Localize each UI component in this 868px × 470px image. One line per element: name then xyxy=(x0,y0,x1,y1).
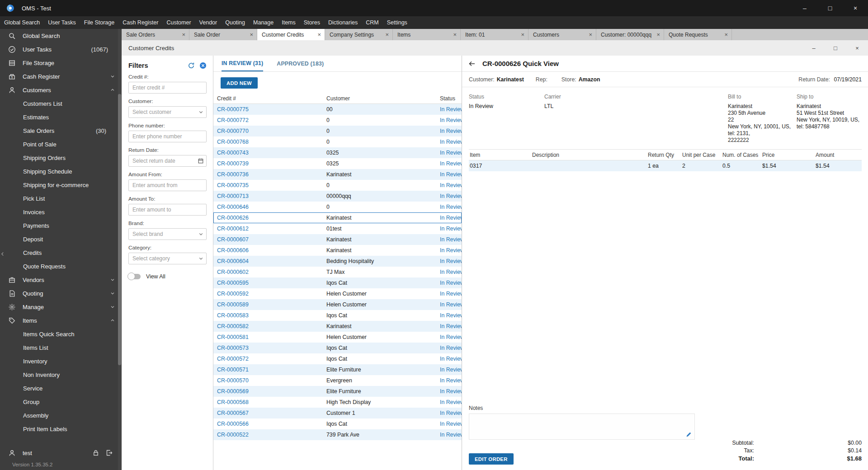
tab-close-icon[interactable]: × xyxy=(250,31,253,38)
status-link[interactable]: In Review xyxy=(440,334,462,340)
credit-link[interactable]: CR-0000570 xyxy=(217,377,249,384)
status-link[interactable]: In Review xyxy=(440,204,462,210)
sidebar-item-cash-register[interactable]: $Cash Register xyxy=(0,70,122,83)
maximize-icon[interactable]: □ xyxy=(817,0,843,16)
credit-row-cr-0000566[interactable]: CR-0000566Iqos CatIn Review xyxy=(213,418,462,429)
credit-link[interactable]: CR-0000770 xyxy=(217,128,249,134)
restore-icon[interactable]: □ xyxy=(825,40,846,56)
menu-cash-register[interactable]: Cash Register xyxy=(118,16,162,29)
filter-brand-input[interactable] xyxy=(128,228,207,240)
status-link[interactable]: In Review xyxy=(440,269,462,275)
credit-link[interactable]: CR-0000566 xyxy=(217,421,249,427)
credit-link[interactable]: CR-0000595 xyxy=(217,280,249,286)
credit-link[interactable]: CR-0000604 xyxy=(217,258,249,264)
back-arrow-icon[interactable] xyxy=(468,60,476,68)
credit-link[interactable]: CR-0000568 xyxy=(217,399,249,405)
sidebar-item-customers[interactable]: Customers xyxy=(0,83,122,97)
credit-row-cr-0000713[interactable]: CR-000071300000qqqIn Review xyxy=(213,191,462,202)
status-link[interactable]: In Review xyxy=(440,356,462,362)
credit-row-cr-0000592[interactable]: CR-0000592Helen CustomerIn Review xyxy=(213,288,462,299)
filter-amount-to-input[interactable] xyxy=(128,204,207,216)
status-link[interactable]: In Review xyxy=(440,226,462,232)
sidebar-item-customers-list[interactable]: Customers List xyxy=(0,97,122,110)
menu-items[interactable]: Items xyxy=(278,16,300,29)
tab-close-icon[interactable]: × xyxy=(656,31,660,38)
sidebar-item-quoting[interactable]: Quoting xyxy=(0,287,122,300)
filter-category-input[interactable] xyxy=(128,253,207,264)
filter-phone-number-input[interactable] xyxy=(128,131,207,142)
clear-filters-icon[interactable] xyxy=(199,62,207,69)
status-link[interactable]: In Review xyxy=(440,215,462,221)
tab-customer-credits[interactable]: Customer Credits× xyxy=(257,29,325,40)
credit-row-cr-0000581[interactable]: CR-0000581Helen CustomerIn Review xyxy=(213,332,462,343)
edit-notes-icon[interactable] xyxy=(685,431,692,438)
credit-row-cr-0000735[interactable]: CR-00007350In Review xyxy=(213,180,462,191)
credit-link[interactable]: CR-0000772 xyxy=(217,117,249,123)
credit-row-cr-0000568[interactable]: CR-0000568High Tech DisplayIn Review xyxy=(213,397,462,408)
credit-row-cr-0000572[interactable]: CR-0000572Iqos CatIn Review xyxy=(213,353,462,364)
sidebar-item-items-quick-search[interactable]: Items Quick Search xyxy=(0,327,122,341)
credit-link[interactable]: CR-0000735 xyxy=(217,182,249,188)
add-new-button[interactable]: ADD NEW xyxy=(221,77,258,89)
sidebar-item-assembly[interactable]: Assembly xyxy=(0,409,122,422)
sidebar-item-shipping-orders[interactable]: Shipping Orders xyxy=(0,151,122,164)
credit-row-cr-0000602[interactable]: CR-0000602TJ MaxIn Review xyxy=(213,267,462,277)
credit-link[interactable]: CR-0000583 xyxy=(217,312,249,319)
edit-order-button[interactable]: EDIT ORDER xyxy=(469,453,514,465)
credit-row-cr-0000583[interactable]: CR-0000583Iqos CatIn Review xyxy=(213,310,462,321)
sidebar-item-shipping-for-e-commerce[interactable]: Shipping for e-commerce xyxy=(0,178,122,192)
credit-link[interactable]: CR-0000569 xyxy=(217,388,249,395)
filter-amount-from-input[interactable] xyxy=(128,179,207,191)
credit-link[interactable]: CR-0000589 xyxy=(217,301,249,308)
status-link[interactable]: In Review xyxy=(440,312,462,319)
credit-link[interactable]: CR-0000743 xyxy=(217,150,249,156)
credit-link[interactable]: CR-0000572 xyxy=(217,356,249,362)
credit-row-cr-0000743[interactable]: CR-00007430325In Review xyxy=(213,147,462,158)
credit-row-cr-0000626[interactable]: CR-0000626KarinatestIn Review xyxy=(213,212,462,223)
chevron-down-icon[interactable] xyxy=(198,109,204,115)
notes-box[interactable] xyxy=(469,414,695,440)
status-link[interactable]: In Review xyxy=(440,258,462,264)
menu-customer[interactable]: Customer xyxy=(162,16,195,29)
tab-sale-orders[interactable]: Sale Orders× xyxy=(122,29,189,40)
credit-row-cr-0000775[interactable]: CR-000077500In Review xyxy=(213,104,462,115)
user-row[interactable]: test xyxy=(0,446,122,460)
credit-link[interactable]: CR-0000567 xyxy=(217,410,249,416)
status-link[interactable]: In Review xyxy=(440,291,462,297)
tab-close-icon[interactable]: × xyxy=(589,31,592,38)
credit-row-cr-0000739[interactable]: CR-00007390325In Review xyxy=(213,158,462,169)
view-all-toggle[interactable] xyxy=(128,274,141,279)
close-icon[interactable]: × xyxy=(843,0,868,16)
credit-link[interactable]: CR-0000646 xyxy=(217,204,249,210)
credit-link[interactable]: CR-0000582 xyxy=(217,323,249,329)
sidebar-item-vendors[interactable]: Vendors xyxy=(0,273,122,287)
credit-row-cr-0000646[interactable]: CR-00006460In Review xyxy=(213,202,462,212)
tab-close-icon[interactable]: × xyxy=(182,31,185,38)
credit-link[interactable]: CR-0000626 xyxy=(217,215,249,221)
tab-customer-00000qqq[interactable]: Customer: 00000qqq× xyxy=(596,29,664,40)
menu-stores[interactable]: Stores xyxy=(300,16,324,29)
credit-row-cr-0000595[interactable]: CR-0000595Iqos CatIn Review xyxy=(213,277,462,288)
tab-in-review[interactable]: IN REVIEW (31) xyxy=(222,56,263,71)
chevron-down-icon[interactable] xyxy=(198,256,204,262)
menu-file-storage[interactable]: File Storage xyxy=(80,16,118,29)
sidebar-item-estimates[interactable]: Estimates xyxy=(0,110,122,124)
credit-link[interactable]: CR-0000713 xyxy=(217,193,249,199)
menu-crm[interactable]: CRM xyxy=(362,16,382,29)
sidebar-scrollbar-thumb[interactable] xyxy=(118,94,121,365)
status-link[interactable]: In Review xyxy=(440,399,462,405)
credit-row-cr-0000571[interactable]: CR-0000571Elite FurnitureIn Review xyxy=(213,364,462,375)
status-link[interactable]: In Review xyxy=(440,388,462,395)
sidebar-item-sale-orders[interactable]: Sale Orders(30) xyxy=(0,124,122,137)
sidebar-item-items-list[interactable]: Items List xyxy=(0,341,122,354)
credit-row-cr-0000607[interactable]: CR-0000607KarinatestIn Review xyxy=(213,234,462,245)
sidebar-item-print-item-labels[interactable]: Print Item Labels xyxy=(0,422,122,436)
sidebar-item-user-tasks[interactable]: User Tasks(1067) xyxy=(0,42,122,56)
tab-items[interactable]: Items× xyxy=(393,29,461,40)
status-link[interactable]: In Review xyxy=(440,106,462,113)
credit-link[interactable]: CR-0000581 xyxy=(217,334,249,340)
tab-customers[interactable]: Customers× xyxy=(528,29,596,40)
credit-link[interactable]: CR-0000522 xyxy=(217,432,249,438)
calendar-icon[interactable] xyxy=(198,158,204,164)
menu-dictionaries[interactable]: Dictionaries xyxy=(324,16,362,29)
